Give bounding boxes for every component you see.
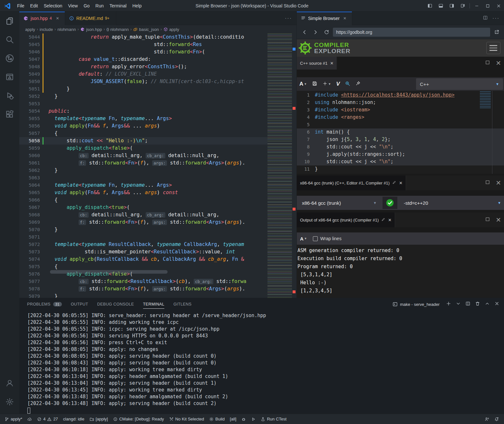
breadcrumb-item-apply[interactable]: apply <box>163 27 179 32</box>
statusbar-launch-target[interactable] <box>248 414 258 424</box>
panel-tab-gitlens[interactable]: GITLENS <box>173 298 191 310</box>
close-pane-icon[interactable]: ✕ <box>496 179 501 187</box>
menu-edit[interactable]: Edit <box>27 0 41 12</box>
edit-icon[interactable] <box>381 217 385 222</box>
editor-more-actions-icon[interactable]: ··· <box>285 15 292 21</box>
statusbar-git-branch[interactable]: apply* <box>2 414 25 424</box>
close-icon[interactable] <box>493 0 504 12</box>
panel-tab-terminal[interactable]: TERMINAL <box>143 298 164 310</box>
compiler-select[interactable]: x86-64 gcc (trunk)▼ <box>299 197 379 208</box>
menu-help[interactable]: Help <box>130 0 145 12</box>
close-icon[interactable] <box>494 301 499 307</box>
tab-json-hpp[interactable]: json.hpp4✕ <box>19 12 65 25</box>
reload-icon[interactable] <box>322 28 331 37</box>
statusbar-cmake-status[interactable]: CMake: [Debug]: Ready <box>111 414 167 424</box>
terminal[interactable]: [2022-04-30 06:05:55] INFO: serve_header… <box>19 312 504 414</box>
activitybar-settings-gear[interactable] <box>0 392 19 411</box>
split-editor-icon[interactable] <box>483 15 488 22</box>
close-pane-icon[interactable]: ✕ <box>496 216 501 224</box>
minimize-icon[interactable] <box>471 0 482 12</box>
menu-go[interactable]: Go <box>81 0 92 12</box>
back-icon[interactable] <box>300 28 309 37</box>
statusbar-cmake-project[interactable]: [apply] <box>87 414 111 424</box>
horizontal-scrollbar[interactable] <box>50 270 168 274</box>
close-icon[interactable]: ✕ <box>54 15 61 22</box>
tab-simple-browser[interactable]: Simple Browser ✕ <box>297 12 352 25</box>
maximize-icon[interactable] <box>482 0 493 12</box>
program-output[interactable]: ASM generation compiler returned: 0Execu… <box>297 245 504 298</box>
cursor-jump-icon[interactable] <box>355 81 361 87</box>
tab-compiler[interactable]: x86-64 gcc (trunk) (C++, Editor #1, Comp… <box>297 175 406 190</box>
statusbar-run-ctest[interactable]: Run CTest <box>258 414 289 424</box>
menu-run[interactable]: Run <box>92 0 107 12</box>
panel-tab-output[interactable]: OUTPUT <box>71 298 88 310</box>
breadcrumb-item-include[interactable]: include <box>40 27 53 32</box>
breadcrumb-item-json-hpp[interactable]: json.hpp <box>80 27 102 32</box>
activitybar-run-debug[interactable] <box>0 86 19 105</box>
options-dropdown-icon[interactable]: ▼ <box>498 201 501 205</box>
save-icon[interactable] <box>312 81 317 88</box>
statusbar-build-target[interactable]: [all] <box>227 414 239 424</box>
statusbar-clangd-status[interactable]: clangd: idle <box>61 414 87 424</box>
statusbar-cmake-kit[interactable]: No Kit Selected <box>167 414 207 424</box>
minimap[interactable] <box>267 33 292 298</box>
maximize-pane-icon[interactable] <box>485 60 490 67</box>
statusbar-problems[interactable]: 427 <box>34 414 61 424</box>
wrap-lines-checkbox[interactable] <box>313 236 318 241</box>
terminal-instance[interactable]: make - serve_header <box>393 302 440 307</box>
close-icon[interactable]: ✕ <box>342 15 348 22</box>
forward-icon[interactable] <box>311 28 320 37</box>
chevron-up-icon[interactable] <box>485 301 490 307</box>
close-icon[interactable]: ✕ <box>330 61 334 66</box>
menu-terminal[interactable]: Terminal <box>107 0 130 12</box>
font-size-button[interactable]: A▼ <box>300 236 307 241</box>
code-editor[interactable]: 5044 return apply_make_tuple<ConstThis>(… <box>19 33 267 298</box>
split-panel-icon[interactable] <box>465 301 470 307</box>
tab-readme-md[interactable]: README.md9+ <box>65 12 116 25</box>
layout-sidebar-right-icon[interactable] <box>446 0 457 12</box>
activitybar-search[interactable] <box>0 30 19 49</box>
menu-file[interactable]: File <box>14 0 27 12</box>
statusbar-cmake-build[interactable]: Build <box>207 414 227 424</box>
hamburger-menu-icon[interactable] <box>486 42 500 54</box>
menu-selection[interactable]: Selection <box>41 0 65 12</box>
ce-minimap[interactable] <box>480 91 491 108</box>
statusbar-debug-target[interactable] <box>239 414 248 424</box>
open-external-icon[interactable] <box>492 28 501 37</box>
activitybar-source-control[interactable] <box>0 49 19 68</box>
activitybar-account[interactable] <box>0 374 19 392</box>
breadcrumb-item-nlohmann[interactable]: nlohmann <box>57 27 76 32</box>
chevron-down-icon[interactable] <box>456 301 461 307</box>
maximize-pane-icon[interactable] <box>485 216 490 223</box>
layout-panel-icon[interactable] <box>435 0 446 12</box>
ce-source-editor[interactable]: 1#include <https://localhost:8443/apply/… <box>297 91 504 174</box>
trash-icon[interactable] <box>475 301 480 307</box>
search-plus-icon[interactable] <box>345 81 350 88</box>
statusbar-feedback[interactable] <box>482 417 492 421</box>
language-select[interactable]: C++▼ <box>416 78 503 90</box>
statusbar-notifications[interactable] <box>492 417 501 421</box>
breadcrumb-item-basic-json[interactable]: basic_json <box>133 27 159 32</box>
customize-layout-icon[interactable] <box>457 0 468 12</box>
close-icon[interactable]: ✕ <box>399 181 402 185</box>
statusbar-sync[interactable] <box>25 414 34 424</box>
panel-tab-problems[interactable]: PROBLEMS31 <box>27 298 62 310</box>
edit-icon[interactable] <box>392 180 396 185</box>
panel-tab-debug-console[interactable]: DEBUG CONSOLE <box>97 298 134 310</box>
breadcrumb-item-apply[interactable]: apply <box>25 27 35 32</box>
add-pane-button[interactable]: ▼ <box>323 81 331 87</box>
ce-scrollbar[interactable] <box>492 91 492 174</box>
activitybar-extensions[interactable] <box>0 105 19 124</box>
url-input[interactable]: https://godbolt.org <box>333 28 490 37</box>
font-size-button[interactable]: A▼ <box>299 81 307 87</box>
activitybar-explorer[interactable] <box>0 12 19 30</box>
maximize-pane-icon[interactable] <box>485 179 490 186</box>
vim-mode-icon[interactable]: V <box>336 81 340 87</box>
plus-icon[interactable] <box>446 301 451 307</box>
close-icon[interactable]: ✕ <box>388 218 392 222</box>
tab-output[interactable]: Output of x86-64 gcc (trunk) (Compiler #… <box>297 212 395 227</box>
activitybar-cmake[interactable] <box>0 68 19 86</box>
breadcrumb-item-nlohmann[interactable]: {}nlohmann <box>107 27 129 32</box>
tab-cpp-source[interactable]: C++ source #1 ✕ <box>297 57 337 70</box>
menu-view[interactable]: View <box>65 0 81 12</box>
